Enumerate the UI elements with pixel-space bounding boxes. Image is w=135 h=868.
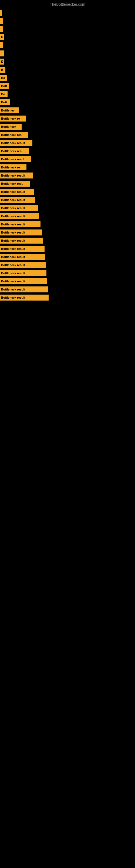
result-bar (0, 18, 3, 24)
bar-row: Bottleneck result (0, 228, 135, 237)
result-bar: B (0, 67, 5, 73)
result-bar (0, 26, 3, 32)
bar-row (0, 50, 135, 58)
result-bar: Bottleneck result (0, 294, 49, 301)
result-bar (0, 51, 4, 56)
result-bar: Bottleneck result (0, 278, 47, 284)
result-bar: Bottleneck result (0, 213, 39, 219)
bar-row: Bottleneck result (0, 277, 135, 285)
bar-row: Bottleneck re (0, 163, 135, 172)
bar-row: Bottleneck result (0, 220, 135, 228)
bar-row: Bottleneck re (0, 115, 135, 123)
bar-row (0, 41, 135, 50)
result-bar: Bottleneck result (0, 262, 46, 268)
bar-row (0, 9, 135, 17)
bar-row: Bottleneck result (0, 261, 135, 269)
bar-row: Bottleneck result (0, 269, 135, 277)
bar-row (0, 25, 135, 33)
result-bar: Bottleneck result (0, 270, 46, 276)
bar-row: Bott (0, 98, 135, 106)
bar-row: Bottleneck result (0, 212, 135, 220)
bar-row: Bottleneck result (0, 245, 135, 253)
result-bar: Bottlenec (0, 107, 19, 113)
bar-row: Bottleneck resul (0, 155, 135, 163)
result-bar: Bo (0, 75, 7, 81)
result-bar (0, 42, 3, 48)
bar-row: Bottleneck res (0, 131, 135, 139)
bar-row: Bottleneck result (0, 237, 135, 245)
result-bar: Bottleneck result (0, 286, 48, 292)
result-bar: Bottleneck result (0, 173, 33, 179)
bar-row: Bottleneck resu (0, 180, 135, 188)
result-bar: E (0, 59, 4, 65)
result-bar: Bottleneck result (0, 221, 41, 227)
result-bar: Bottleneck re (0, 116, 26, 122)
bar-row: Bo (0, 74, 135, 82)
bar-row: Bottlenec (0, 106, 135, 115)
site-title: TheBottlenecker.com (0, 0, 135, 9)
bar-row: Bottleneck res (0, 147, 135, 155)
bar-row: Bottleneck result (0, 253, 135, 261)
result-bar: Bottleneck resul (0, 156, 31, 162)
bar-row: Bottleneck result (0, 188, 135, 196)
result-bar: Bottleneck result (0, 140, 32, 146)
result-bar: Bott (0, 83, 9, 89)
bar-row: Bo (0, 90, 135, 98)
result-bar: Bottleneck result (0, 197, 35, 203)
bar-row: E (0, 58, 135, 66)
result-bar: Bott (0, 99, 10, 105)
result-bar: Bottleneck result (0, 238, 43, 244)
bar-row: Bottleneck result (0, 196, 135, 204)
result-bar: Bottleneck result (0, 254, 45, 260)
bar-row: Bottleneck result (0, 139, 135, 147)
result-bar: Bottleneck res (0, 148, 29, 154)
bar-row (0, 17, 135, 25)
bar-row: E (0, 33, 135, 41)
result-bar: Bottleneck re (0, 164, 27, 170)
bar-row: Bottleneck result (0, 285, 135, 293)
result-bar (0, 10, 2, 16)
result-bar: Bottleneck result (0, 205, 38, 211)
result-bar: Bottleneck res (0, 132, 28, 138)
bar-row: B (0, 66, 135, 74)
bar-row: Bottleneck result (0, 293, 135, 302)
result-bar: Bo (0, 91, 8, 97)
bar-row: Bottleneck result (0, 172, 135, 180)
result-bar: Bottleneck result (0, 189, 34, 195)
bar-row: Bott (0, 82, 135, 90)
result-bar: E (0, 34, 4, 40)
result-bar: Bottleneck result (0, 229, 42, 236)
bar-row: Bottleneck result (0, 204, 135, 212)
result-bar: Bottleneck result (0, 246, 45, 252)
result-bar: Bottleneck (0, 124, 21, 130)
bar-row: Bottleneck (0, 123, 135, 131)
result-bar: Bottleneck resu (0, 181, 30, 187)
